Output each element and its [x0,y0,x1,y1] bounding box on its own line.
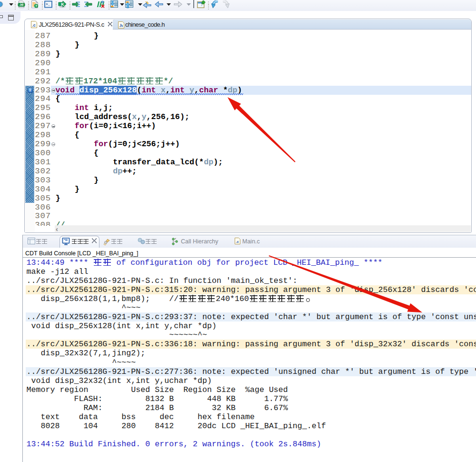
svg-text:.h: .h [119,23,123,28]
svg-text:>_: >_ [46,2,50,6]
svg-text:.c: .c [32,23,36,28]
svg-text:?: ? [35,4,38,8]
svg-text:.c: .c [236,240,239,244]
svg-text:.ld: .ld [20,3,23,6]
svg-text:K: K [61,2,64,7]
